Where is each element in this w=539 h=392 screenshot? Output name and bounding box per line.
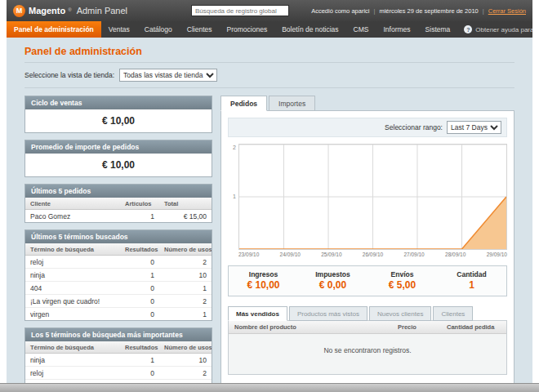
x-tick-label: 25/09/10: [321, 252, 341, 257]
cell: 0: [120, 282, 159, 294]
tab[interactable]: Importes: [269, 96, 315, 111]
status-bar: [0, 383, 539, 392]
last-search-terms-table: Término de búsquedaResultadosNúmero de u…: [25, 243, 212, 320]
cell: Paco Gomez: [25, 210, 120, 222]
stat-label: Cantidad: [437, 270, 506, 278]
header-bar: M Magento ® Admin Panel Accedió como apa…: [7, 0, 532, 21]
table-row[interactable]: ninja 1 10: [25, 354, 212, 367]
tab-label: Importes: [278, 100, 305, 108]
nav-item-label: Informes: [384, 25, 411, 33]
x-tick-label: 29/09/10: [487, 252, 507, 257]
cell: 404: [25, 282, 120, 294]
tab-label: Pedidos: [230, 100, 257, 108]
column-header: Artículos: [120, 198, 159, 209]
cell: 2: [159, 295, 212, 307]
top-search-terms-table: Término de búsquedaResultadosNúmero de u…: [25, 341, 212, 383]
table-body: Paco Gomez 1 € 15,00: [25, 210, 212, 222]
nav-item[interactable]: Promociones: [220, 21, 275, 38]
nav-item-label: CMS: [354, 25, 369, 33]
current-date: miércoles 29 de septiembre de 2010: [379, 7, 478, 15]
column-header: Total: [159, 198, 212, 209]
tab[interactable]: Nuevos clientes: [369, 306, 431, 321]
cell: 1: [120, 354, 159, 366]
table-header-row: Término de búsquedaResultadosNúmero de u…: [25, 243, 212, 256]
cell: 1: [120, 269, 159, 281]
logo-name: Magento: [29, 6, 65, 16]
column-header: Nombre del producto: [229, 321, 392, 333]
tab[interactable]: Productos más vistos: [289, 306, 368, 321]
nav-item[interactable]: Informes: [376, 21, 418, 38]
stat-label: Envíos: [368, 270, 437, 278]
stat-value: € 0,00: [298, 279, 368, 291]
table-row[interactable]: virgen 0 1: [25, 308, 212, 320]
cell: 2: [159, 256, 212, 268]
table-row[interactable]: reloj 0 2: [25, 256, 212, 269]
main-nav: Panel de administración Ventas Catálogo …: [7, 21, 532, 38]
table-row[interactable]: Paco Gomez 1 € 15,00: [25, 210, 212, 222]
store-switcher: Seleccione la vista de tienda: Todas las…: [24, 63, 514, 88]
table-row[interactable]: reloj 0 2: [25, 367, 212, 380]
tab-label: Nuevos clientes: [377, 310, 423, 318]
nav-items: Panel de administración Ventas Catálogo …: [7, 21, 457, 38]
tab[interactable]: Clientes: [433, 306, 473, 321]
box-title: Últimos 5 términos buscados: [25, 230, 212, 243]
x-tick-label: 28/09/10: [445, 252, 466, 257]
nav-item-label: Panel de administración: [14, 25, 94, 33]
table-header-row: Término de búsquedaResultadosNúmero de u…: [25, 341, 212, 354]
help-link[interactable]: ? Obtener ayuda para esta página: [457, 21, 532, 38]
tab-label: Más vendidos: [236, 310, 279, 318]
store-view-select[interactable]: Todas las vistas de tienda: [119, 69, 217, 82]
page-title: Panel de administración: [24, 42, 514, 63]
nav-item[interactable]: CMS: [346, 21, 376, 38]
totals-row: Ingresos € 10,00 Impuestos € 0,00: [228, 265, 507, 296]
column-header: Número de usos: [159, 243, 212, 255]
stat-label: Impuestos: [298, 270, 368, 278]
cell: ¡La virgen que cuadro!: [25, 295, 120, 307]
cell: reloj: [25, 367, 120, 379]
nav-item[interactable]: Ventas: [101, 21, 137, 38]
nav-item[interactable]: Clientes: [180, 21, 220, 38]
nav-item[interactable]: Boletín de noticias: [274, 21, 345, 38]
logout-link[interactable]: Cerrar Sesión: [488, 7, 526, 15]
stat-value: 1: [437, 279, 506, 291]
last-orders-table: ClienteArtículosTotal Paco Gomez 1 € 15,…: [25, 198, 212, 222]
range-label: Seleccionar rango:: [385, 123, 443, 131]
chart-tabs: Pedidos Importes: [220, 96, 514, 111]
table-row[interactable]: 404 0 1: [25, 282, 212, 295]
table-body: ninja 1 10 reloj 0 2: [25, 354, 212, 383]
box-title: Últimos 5 pedidos: [25, 185, 212, 198]
table-body: reloj 0 2 ninja 1 10: [25, 256, 212, 320]
x-tick-label: 26/09/10: [363, 252, 383, 257]
nav-item[interactable]: Catálogo: [137, 21, 180, 38]
nav-item[interactable]: Sistema: [418, 21, 458, 38]
logged-in-as: Accedió como aparici: [311, 7, 369, 15]
tab[interactable]: Pedidos: [220, 96, 267, 111]
total-stat: Ingresos € 10,00: [229, 266, 298, 296]
global-search-input[interactable]: [191, 5, 289, 16]
chart-y-axis: 21: [228, 144, 238, 250]
nav-item-label: Catálogo: [145, 25, 172, 33]
tab[interactable]: Más vendidos: [228, 306, 287, 321]
nav-item[interactable]: Panel de administración: [7, 21, 101, 38]
chart-svg: [239, 145, 506, 249]
separator: |: [483, 7, 484, 15]
column-header: Cliente: [25, 198, 120, 209]
column-header: Número de usos: [159, 341, 212, 353]
empty-message: No se encontraron registros.: [229, 334, 506, 374]
column-header: Cantidad pedida: [441, 321, 506, 333]
chart-plot: [238, 144, 507, 250]
nav-item-label: Sistema: [425, 25, 451, 33]
range-select[interactable]: Last 7 Days: [447, 121, 501, 134]
cell: 0: [120, 367, 159, 379]
cell: ninja: [25, 269, 120, 281]
top-search-terms-box: Los 5 términos de búsqueda más important…: [24, 327, 212, 383]
table-row[interactable]: ninja 1 10: [25, 269, 212, 282]
cell: 0: [120, 295, 159, 307]
tab-label: Productos más vistos: [297, 310, 359, 318]
cell: 1: [120, 210, 159, 222]
cell: 1: [159, 282, 212, 294]
logo-suffix: Admin Panel: [77, 6, 127, 16]
x-tick-label: 24/09/10: [280, 252, 301, 257]
table-row[interactable]: ¡La virgen que cuadro! 0 2: [25, 295, 212, 308]
nav-item-label: Boletín de noticias: [282, 25, 338, 33]
